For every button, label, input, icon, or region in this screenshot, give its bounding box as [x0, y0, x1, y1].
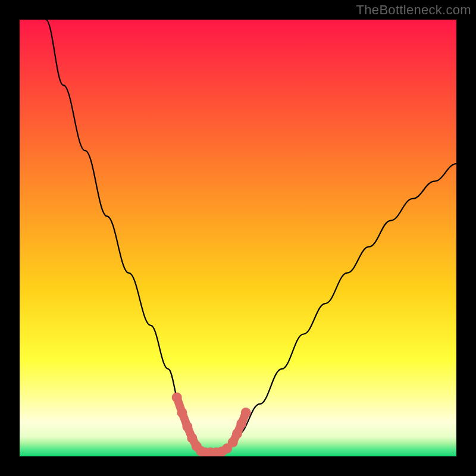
gradient-background [20, 20, 456, 456]
marker-dot [182, 422, 192, 432]
marker-dot [228, 437, 238, 447]
chart-frame: TheBottleneck.com [0, 0, 476, 476]
marker-dot [177, 408, 187, 418]
chart-svg [20, 20, 456, 456]
marker-dot [236, 419, 246, 429]
plot-area [20, 20, 456, 456]
watermark-text: TheBottleneck.com [356, 2, 471, 18]
marker-dot [172, 392, 182, 402]
marker-dot [241, 408, 251, 418]
marker-dot [232, 428, 242, 439]
